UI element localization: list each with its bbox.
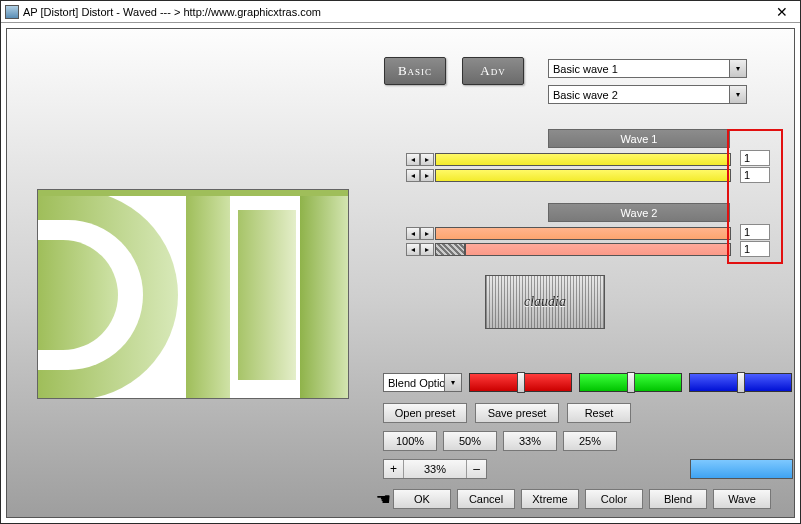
- zoom-stepper: + 33% –: [383, 459, 487, 479]
- wave1-slider-2[interactable]: [435, 169, 731, 182]
- wave2-s2-left-icon[interactable]: ◂: [406, 243, 420, 256]
- blue-slider[interactable]: [689, 373, 792, 392]
- wave2-slider-1[interactable]: [435, 227, 731, 240]
- wave2-s1-left-icon[interactable]: ◂: [406, 227, 420, 240]
- wave1-value-2[interactable]: 1: [740, 167, 770, 183]
- preset-2-combo[interactable]: Basic wave 2 ▾: [548, 85, 747, 104]
- wave2-s1-right-icon[interactable]: ▸: [420, 227, 434, 240]
- wave2-value-1[interactable]: 1: [740, 224, 770, 240]
- blend-button[interactable]: Blend: [649, 489, 707, 509]
- reset-button[interactable]: Reset: [567, 403, 631, 423]
- zoom-50-button[interactable]: 50%: [443, 431, 497, 451]
- open-preset-button[interactable]: Open preset: [383, 403, 467, 423]
- wave2-slider-2[interactable]: [465, 243, 731, 256]
- cancel-button[interactable]: Cancel: [457, 489, 515, 509]
- wave-button[interactable]: Wave: [713, 489, 771, 509]
- zoom-100-button[interactable]: 100%: [383, 431, 437, 451]
- close-icon[interactable]: ✕: [768, 4, 796, 20]
- title-bar: AP [Distort] Distort - Waved --- > http:…: [1, 1, 800, 23]
- wave1-header: Wave 1: [548, 129, 730, 148]
- window-title: AP [Distort] Distort - Waved --- > http:…: [23, 6, 768, 18]
- pointing-hand-icon: ☛: [369, 489, 391, 510]
- adv-tab[interactable]: Adv: [462, 57, 524, 85]
- xtreme-button[interactable]: Xtreme: [521, 489, 579, 509]
- app-icon: [5, 5, 19, 19]
- logo-text: claudia: [486, 276, 604, 328]
- red-slider[interactable]: [469, 373, 572, 392]
- wave2-slider-2-track[interactable]: [435, 243, 465, 256]
- chevron-down-icon[interactable]: ▾: [729, 60, 746, 77]
- wave1-s2-left-icon[interactable]: ◂: [406, 169, 420, 182]
- client-area: Basic Adv Basic wave 1 ▾ Basic wave 2 ▾ …: [6, 28, 795, 518]
- wave2-header: Wave 2: [548, 203, 730, 222]
- preset-2-value: Basic wave 2: [549, 89, 729, 101]
- zoom-plus-button[interactable]: +: [384, 460, 404, 478]
- green-slider[interactable]: [579, 373, 682, 392]
- ok-button[interactable]: OK: [393, 489, 451, 509]
- chevron-down-icon[interactable]: ▾: [729, 86, 746, 103]
- chevron-down-icon[interactable]: ▾: [444, 374, 461, 391]
- slider-thumb[interactable]: [737, 372, 745, 393]
- basic-tab[interactable]: Basic: [384, 57, 446, 85]
- wave1-slider-1[interactable]: [435, 153, 731, 166]
- wave2-s2-right-icon[interactable]: ▸: [420, 243, 434, 256]
- color-button[interactable]: Color: [585, 489, 643, 509]
- blend-option-value: Blend Optio: [384, 377, 444, 389]
- slider-thumb[interactable]: [517, 372, 525, 393]
- preset-1-combo[interactable]: Basic wave 1 ▾: [548, 59, 747, 78]
- wave1-value-1[interactable]: 1: [740, 150, 770, 166]
- preset-1-value: Basic wave 1: [549, 63, 729, 75]
- wave1-s1-left-icon[interactable]: ◂: [406, 153, 420, 166]
- wave1-s1-right-icon[interactable]: ▸: [420, 153, 434, 166]
- blend-option-combo[interactable]: Blend Optio ▾: [383, 373, 462, 392]
- color-swatch[interactable]: [690, 459, 793, 479]
- wave1-s2-right-icon[interactable]: ▸: [420, 169, 434, 182]
- claudia-logo: claudia: [485, 275, 605, 329]
- preview-canvas: [37, 189, 349, 399]
- zoom-value: 33%: [404, 463, 466, 475]
- zoom-33-button[interactable]: 33%: [503, 431, 557, 451]
- zoom-25-button[interactable]: 25%: [563, 431, 617, 451]
- zoom-minus-button[interactable]: –: [466, 460, 486, 478]
- save-preset-button[interactable]: Save preset: [475, 403, 559, 423]
- slider-thumb[interactable]: [627, 372, 635, 393]
- wave2-value-2[interactable]: 1: [740, 241, 770, 257]
